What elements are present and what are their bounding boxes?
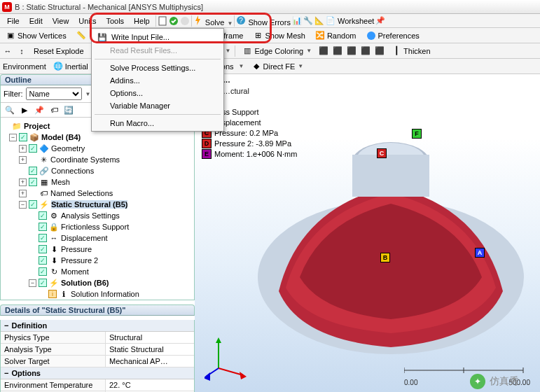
addins-item[interactable]: Addins...: [93, 74, 222, 87]
scale-button[interactable]: 📏: [74, 30, 89, 41]
options-item[interactable]: Options...: [93, 87, 222, 99]
read-result-files-item: Read Result Files...: [93, 44, 222, 57]
tree-mesh[interactable]: Mesh: [51, 178, 70, 186]
edge-icon-4[interactable]: ⬛: [361, 46, 371, 56]
svg-rect-0: [159, 17, 166, 25]
expand-icon[interactable]: +: [19, 156, 27, 164]
edge-icon-5[interactable]: ⬛: [375, 46, 385, 56]
tree-geometry[interactable]: Geometry: [51, 144, 85, 153]
preferences-button[interactable]: Preferences: [364, 30, 422, 41]
details-cat-definition[interactable]: −Definition: [1, 320, 194, 332]
tree-solution[interactable]: Solution (B6): [61, 279, 109, 287]
viewport[interactable]: … …ctural A…ss Support BDisplacement CPr…: [195, 74, 540, 392]
filter-label: Filter:: [4, 90, 23, 98]
solve-process-settings-item[interactable]: Solve Process Settings...: [93, 62, 222, 74]
menu-edit[interactable]: Edit: [25, 15, 47, 27]
callout-a: A: [475, 248, 485, 258]
tree-displacement[interactable]: Displacement: [61, 234, 108, 242]
menu-tools[interactable]: Tools: [102, 15, 128, 27]
filter-icon[interactable]: 🔍: [4, 104, 16, 115]
expand-icon[interactable]: +: [19, 145, 27, 153]
check-icon: ✓: [39, 211, 47, 220]
details-row[interactable]: Physics TypeStructural: [1, 332, 194, 344]
tree-pressure[interactable]: Pressure: [61, 245, 92, 253]
tree-model[interactable]: Model (B4): [41, 133, 81, 141]
pressure-icon: ⬇: [49, 244, 59, 254]
tree-connections[interactable]: Connections: [51, 167, 94, 175]
variable-manager-item[interactable]: Variable Manager: [93, 99, 222, 112]
expand-icon[interactable]: ↔: [3, 46, 13, 56]
random-button[interactable]: 🔀 Random: [312, 30, 359, 41]
worksheet-button[interactable]: 📄 Worksheet: [326, 16, 374, 26]
show-mesh-button[interactable]: ⊞ Show Mesh: [250, 30, 307, 41]
write-input-file-item[interactable]: 💾 Write Input File...: [93, 30, 222, 44]
connections-icon: 🔗: [39, 166, 49, 176]
expand-icon[interactable]: +: [19, 178, 27, 186]
menu-units[interactable]: Units: [74, 15, 100, 27]
details-cat-options[interactable]: −Options: [1, 368, 194, 379]
edge-coloring-label: Edge Coloring: [254, 47, 303, 55]
check-icon: ✓: [29, 167, 37, 175]
details-row[interactable]: Analysis TypeStatic Structural: [1, 344, 194, 356]
tool-icon-1[interactable]: 📊: [292, 16, 302, 26]
tool-icon-4[interactable]: 📌: [375, 16, 385, 26]
check-icon[interactable]: [169, 16, 179, 26]
collapse-icon[interactable]: −: [29, 279, 36, 287]
tree-analysis[interactable]: Analysis Settings: [61, 211, 120, 220]
expand-icon[interactable]: +: [19, 190, 27, 197]
menu-file[interactable]: File: [3, 15, 24, 27]
tree-solinfo[interactable]: Solution Information: [71, 290, 139, 298]
details-row[interactable]: Solver TargetMechanical AP…: [1, 356, 194, 368]
separator: [95, 59, 221, 59]
tree-pressure2[interactable]: Pressure 2: [61, 256, 98, 265]
show-errors-label: Show Errors: [248, 18, 291, 27]
reset-explode-button[interactable]: Reset Explode: [31, 46, 87, 56]
random-label: Random: [327, 31, 356, 40]
details-row[interactable]: Environment Temperature22. °C: [1, 379, 194, 391]
refresh-icon[interactable]: 🔄: [62, 104, 75, 115]
lightning-icon: [193, 15, 203, 25]
write-input-label: Write Input File...: [111, 33, 169, 41]
check-icon: ✓: [39, 256, 47, 265]
chevron-down-icon[interactable]: ▼: [239, 63, 244, 69]
check-icon: i: [48, 290, 57, 298]
model-icon: 📦: [29, 132, 39, 142]
window-title: B : Static Structural - Mechanical [ANSY…: [15, 3, 203, 11]
filter-select[interactable]: Name: [26, 88, 82, 100]
tool-icon-3[interactable]: 📐: [314, 16, 324, 26]
edge-icon-1[interactable]: ⬛: [319, 46, 328, 56]
tree-moment[interactable]: Moment: [61, 267, 89, 276]
show-errors-button[interactable]: ? Show Errors: [236, 15, 291, 27]
tree-project[interactable]: Project: [24, 122, 50, 130]
tree-named[interactable]: Named Selections: [50, 189, 113, 197]
thicken-button[interactable]: ┃ Thicken: [389, 46, 434, 57]
tag-icon[interactable]: 🏷: [48, 104, 60, 115]
displacement-icon: ↔: [49, 233, 59, 243]
collapse-icon[interactable]: −: [9, 134, 17, 141]
edge-icon-3[interactable]: ⬛: [347, 46, 356, 56]
expand-all-icon[interactable]: ▶: [18, 104, 31, 115]
show-vertices-button[interactable]: ▣ Show Vertices: [3, 30, 69, 41]
tree-frictionless[interactable]: Frictionless Support: [61, 223, 129, 231]
collapse-icon[interactable]: ↕: [17, 46, 27, 56]
chevron-down-icon[interactable]: ▼: [226, 48, 231, 54]
page-icon[interactable]: [158, 16, 167, 26]
menu-help[interactable]: Help: [130, 15, 154, 27]
tree-static[interactable]: Static Structural (B5): [51, 200, 127, 209]
pin-icon[interactable]: 📌: [33, 104, 46, 115]
inertial-button[interactable]: 🌐 Inertial: [50, 61, 91, 72]
edge-icon-2[interactable]: ⬛: [333, 46, 342, 56]
pressure-icon: ⬇: [49, 255, 59, 265]
direct-fe-button[interactable]: ◆ Direct FE ▼: [249, 61, 307, 72]
mesh-icon: ▦: [39, 177, 49, 187]
menu-view[interactable]: View: [48, 15, 74, 27]
solve-button[interactable]: Solve ▼: [193, 15, 233, 27]
run-macro-item[interactable]: Run Macro...: [93, 117, 222, 130]
refresh-icon[interactable]: [180, 16, 190, 26]
edge-coloring-button[interactable]: ▥ Edge Coloring ▼: [240, 46, 314, 57]
tool-icon-2[interactable]: 🔧: [303, 16, 313, 26]
moment-icon: ↻: [49, 267, 59, 276]
collapse-icon[interactable]: −: [19, 201, 27, 209]
geometry-icon: 🔷: [39, 144, 49, 153]
tree-coord[interactable]: Coordinate Systems: [50, 155, 120, 164]
